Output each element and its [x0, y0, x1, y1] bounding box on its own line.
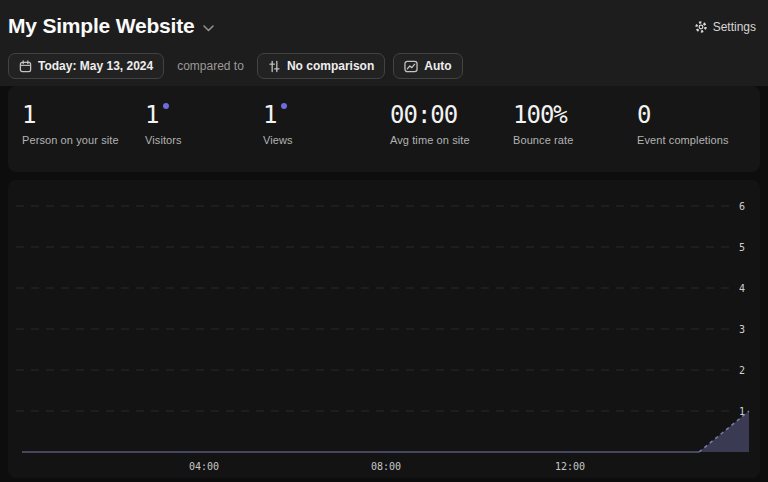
stat-value: 100%: [513, 102, 567, 128]
stat-label: Avg time on site: [390, 134, 470, 146]
date-range-label: Today: May 13, 2024: [38, 59, 153, 73]
stat-label: Bounce rate: [513, 134, 573, 146]
chart-line-icon: [404, 60, 418, 73]
comparison-label: No comparison: [287, 59, 374, 73]
comparison-button[interactable]: No comparison: [257, 53, 385, 79]
visitors-area-chart: 6 5 4 3 2 1 04:00 08:00 12:00: [8, 180, 760, 478]
y-tick: 2: [739, 365, 745, 376]
gear-icon: [694, 20, 708, 34]
compared-to-label: compared to: [177, 59, 244, 73]
stat-event-completions[interactable]: 0 Event completions: [637, 102, 729, 146]
stats-panel: 1 Person on your site 1 Visitors 1 Views…: [8, 86, 760, 172]
y-tick: 6: [739, 201, 745, 212]
visitors-chart-panel[interactable]: 6 5 4 3 2 1 04:00 08:00 12:00: [8, 180, 760, 478]
chevron-down-icon[interactable]: [203, 25, 214, 32]
title-row: My Simple Website Settings: [8, 14, 756, 38]
filter-bar: Today: May 13, 2024 compared to No compa…: [8, 53, 463, 79]
stat-value: 1: [145, 102, 158, 128]
x-tick: 08:00: [371, 461, 401, 472]
page-title[interactable]: My Simple Website: [8, 14, 194, 38]
stat-value: 00:00: [390, 102, 457, 128]
stat-value: 0: [637, 102, 650, 128]
stat-label: Event completions: [637, 134, 729, 146]
stat-bounce-rate[interactable]: 100% Bounce rate: [513, 102, 573, 146]
chart-mode-label: Auto: [424, 59, 451, 73]
stat-person-on-site[interactable]: 1 Person on your site: [22, 102, 119, 146]
settings-button[interactable]: Settings: [694, 20, 756, 34]
header: My Simple Website Settings: [0, 0, 768, 86]
settings-label: Settings: [713, 20, 756, 34]
x-tick: 04:00: [189, 461, 219, 472]
y-tick: 3: [739, 324, 745, 335]
accent-dot: [163, 103, 169, 109]
stat-value: 1: [22, 102, 35, 128]
y-tick: 5: [739, 242, 745, 253]
accent-dot: [281, 103, 287, 109]
stat-value: 1: [263, 102, 276, 128]
stat-avg-time[interactable]: 00:00 Avg time on site: [390, 102, 470, 146]
stat-label: Visitors: [145, 134, 182, 146]
gridlines: [16, 206, 730, 411]
stat-label: Views: [263, 134, 293, 146]
chart-mode-button[interactable]: Auto: [393, 53, 462, 79]
calendar-icon: [19, 60, 32, 73]
x-tick: 12:00: [555, 461, 585, 472]
stat-label: Person on your site: [22, 134, 119, 146]
sliders-icon: [268, 60, 281, 73]
stat-views[interactable]: 1 Views: [263, 102, 293, 146]
stat-visitors[interactable]: 1 Visitors: [145, 102, 182, 146]
y-tick: 4: [739, 283, 745, 294]
date-range-button[interactable]: Today: May 13, 2024: [8, 53, 164, 79]
